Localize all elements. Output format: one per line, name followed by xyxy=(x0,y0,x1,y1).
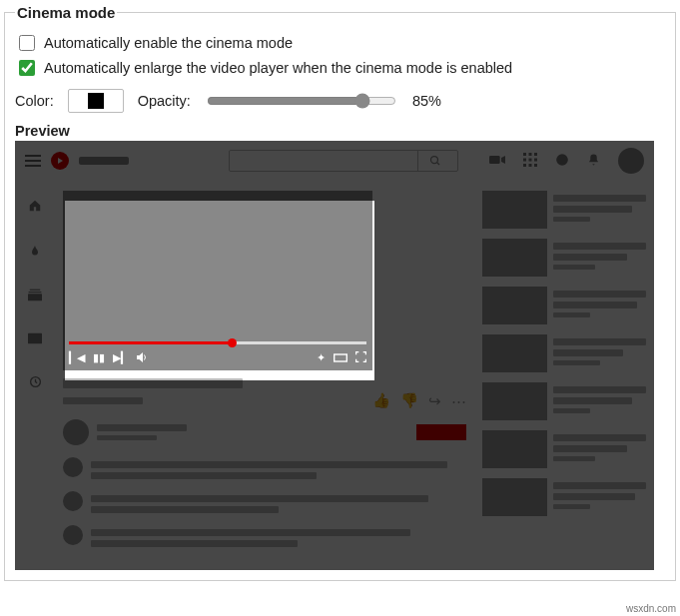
svg-rect-6 xyxy=(523,158,526,161)
svg-rect-15 xyxy=(28,294,42,301)
cinema-mode-section: Cinema mode Automatically enable the cin… xyxy=(4,4,676,581)
auto-enlarge-label: Automatically enlarge the video player w… xyxy=(44,60,512,76)
svg-rect-16 xyxy=(28,333,42,344)
prev-icon: ▎◀ xyxy=(69,351,85,364)
opacity-label: Opacity: xyxy=(138,93,191,109)
svg-rect-4 xyxy=(529,153,532,156)
auto-enable-checkbox[interactable] xyxy=(19,35,35,51)
player-controls: ▎◀ ▮▮ ▶▎ ✦ xyxy=(69,351,366,364)
views-skeleton xyxy=(63,397,143,404)
related-item xyxy=(482,382,646,420)
comment-item xyxy=(63,525,466,551)
svg-point-12 xyxy=(556,154,568,166)
svg-rect-11 xyxy=(534,164,537,167)
theater-icon xyxy=(334,352,347,364)
color-swatch[interactable] xyxy=(68,89,124,113)
svg-line-1 xyxy=(436,163,439,166)
option-auto-enable[interactable]: Automatically enable the cinema mode xyxy=(15,32,665,54)
auto-enable-label: Automatically enable the cinema mode xyxy=(44,35,293,51)
mock-youtube-page: ▎◀ ▮▮ ▶▎ ✦ xyxy=(15,141,654,570)
mock-main: ▎◀ ▮▮ ▶▎ ✦ xyxy=(55,181,474,570)
avatar-icon xyxy=(618,148,644,174)
svg-rect-8 xyxy=(534,158,537,161)
related-item xyxy=(482,191,646,229)
related-item xyxy=(482,478,646,516)
channel-subs-skeleton xyxy=(97,435,157,440)
mock-search-box xyxy=(229,150,458,172)
svg-rect-5 xyxy=(534,153,537,156)
like-icon: 👍 xyxy=(372,392,390,409)
svg-rect-3 xyxy=(523,153,526,156)
trending-icon xyxy=(29,244,41,261)
svg-rect-10 xyxy=(529,164,532,167)
subscribe-button-skeleton xyxy=(416,424,466,440)
preview-container: ▎◀ ▮▮ ▶▎ ✦ xyxy=(15,141,654,570)
upload-icon xyxy=(489,153,505,169)
mock-topbar xyxy=(15,141,654,181)
color-label: Color: xyxy=(15,93,54,109)
option-auto-enlarge[interactable]: Automatically enlarge the video player w… xyxy=(15,57,665,79)
volume-icon xyxy=(137,352,149,364)
related-item xyxy=(482,334,646,372)
mock-video-info: 👍 👎 ↪ ⋯ xyxy=(63,378,466,551)
more-icon: ⋯ xyxy=(451,393,466,409)
svg-rect-14 xyxy=(29,292,42,293)
share-icon: ↪ xyxy=(428,393,441,409)
progress-bar xyxy=(69,341,366,344)
fullscreen-icon xyxy=(355,351,366,364)
topbar-icons xyxy=(489,148,644,174)
section-legend: Cinema mode xyxy=(15,4,117,21)
history-icon xyxy=(29,375,42,391)
comment-item xyxy=(63,491,466,517)
svg-rect-7 xyxy=(529,158,532,161)
related-item xyxy=(482,287,646,324)
related-item xyxy=(482,239,646,277)
opacity-slider[interactable] xyxy=(207,93,396,109)
color-swatch-inner xyxy=(88,93,104,109)
appearance-controls: Color: Opacity: 85% xyxy=(15,89,665,113)
youtube-logo-icon xyxy=(51,152,69,170)
auto-enlarge-checkbox[interactable] xyxy=(19,60,35,76)
svg-point-0 xyxy=(430,157,437,164)
comment-item xyxy=(63,457,466,483)
svg-rect-18 xyxy=(335,354,347,361)
mock-sidebar xyxy=(15,181,55,570)
messages-icon xyxy=(555,153,569,170)
svg-rect-2 xyxy=(489,156,500,164)
dislike-icon: 👎 xyxy=(400,392,418,409)
mock-comments xyxy=(63,457,466,551)
next-icon: ▶▎ xyxy=(113,351,129,364)
opacity-value: 85% xyxy=(412,93,441,109)
mock-body: ▎◀ ▮▮ ▶▎ ✦ xyxy=(15,181,654,570)
logo-text-skeleton xyxy=(79,157,129,165)
home-icon xyxy=(28,199,42,216)
mock-channel-row xyxy=(63,419,466,445)
bell-icon xyxy=(587,153,600,170)
search-icon xyxy=(417,151,451,171)
library-icon xyxy=(28,332,42,347)
hamburger-icon xyxy=(25,155,41,167)
preview-label: Preview xyxy=(15,123,665,139)
channel-avatar xyxy=(63,419,89,445)
related-item xyxy=(482,430,646,468)
settings-icon: ✦ xyxy=(317,351,326,364)
pause-icon: ▮▮ xyxy=(93,351,105,364)
mock-video-player: ▎◀ ▮▮ ▶▎ ✦ xyxy=(63,191,372,370)
apps-icon xyxy=(523,153,537,170)
subscriptions-icon xyxy=(28,289,42,305)
mock-related xyxy=(474,181,654,570)
svg-rect-13 xyxy=(30,290,41,291)
title-skeleton xyxy=(63,378,243,388)
svg-rect-9 xyxy=(523,164,526,167)
channel-name-skeleton xyxy=(97,424,187,431)
